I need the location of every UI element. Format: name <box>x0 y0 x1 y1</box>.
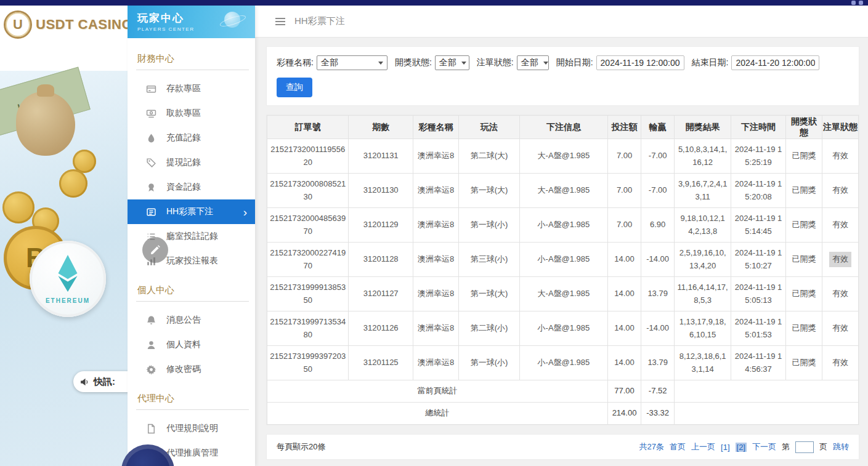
cell-win-loss: 6.90 <box>641 208 675 243</box>
sidebar-item-hh-lottery-bets[interactable]: HH彩票下注› <box>128 199 255 224</box>
cell-issue: 31201130 <box>349 174 413 208</box>
sidebar-item-withdraw-records[interactable]: 提現記錄 <box>128 150 255 175</box>
ethereum-label: ETHEREUM <box>46 297 90 304</box>
sidebar-item-withdraw[interactable]: 取款專區 <box>128 101 255 126</box>
cell-bet-amount: 7.00 <box>607 208 641 243</box>
deposit-card-icon <box>146 84 156 94</box>
cell-lottery-name: 澳洲幸运8 <box>413 277 458 311</box>
background-page: U USDT CASINO KB4627 B ETHEREUM 快訊: <box>0 6 128 466</box>
grand-summary-empty <box>675 403 859 425</box>
sidebar-item-agent-rules[interactable]: 代理規則說明 <box>128 416 255 441</box>
menu-toggle-icon[interactable] <box>275 17 286 26</box>
jump-page-input[interactable] <box>795 441 814 453</box>
sidebar-item-funds-records[interactable]: 資金記錄 <box>128 175 255 199</box>
sidebar-item-label: 充值記錄 <box>166 132 201 143</box>
cell-draw-result: 3,9,16,7,2,4,13,11 <box>675 174 731 208</box>
start-date-input[interactable] <box>596 55 684 70</box>
cell-order-no: 2152173199971353480 <box>267 311 349 346</box>
first-page-link[interactable]: 首页 <box>670 441 686 452</box>
logo-emblem-icon: U <box>4 10 32 39</box>
cell-bet-amount: 7.00 <box>607 139 641 174</box>
cell-order-status: 有效 <box>822 139 858 174</box>
news-ticker: 快訊: <box>73 371 128 392</box>
cell-issue: 31201128 <box>349 243 413 277</box>
search-button[interactable]: 查詢 <box>277 78 312 97</box>
cell-play: 第一球(小) <box>459 208 520 243</box>
col-header-bet-info: 下注信息 <box>519 116 607 139</box>
cell-order-no: 2152173200080852130 <box>267 174 349 208</box>
table-row: 215217320008085213031201130澳洲幸运8第一球(大)大-… <box>267 174 859 208</box>
table-summary: 當前頁統計 77.00 -7.52 總統計 214.00 -33.32 <box>267 380 859 425</box>
sidebar-item-profile[interactable]: 個人資料 <box>128 332 255 357</box>
cell-lottery-name: 澳洲幸运8 <box>413 174 458 208</box>
grand-summary-label: 總統計 <box>267 403 608 425</box>
cell-play: 第一球(大) <box>459 174 520 208</box>
cell-bet-amount: 14.00 <box>607 277 641 311</box>
next-page-link[interactable]: 下一页 <box>752 441 776 452</box>
order-status-select[interactable]: 全部 <box>517 55 549 70</box>
cell-bet-info: 大-A盤@1.985 <box>519 139 607 174</box>
cell-play: 第三球(小) <box>459 243 520 277</box>
sidebar-header: 玩家中心 PLAYERS CENTER <box>128 6 255 38</box>
bet-table-card: 訂單號期數彩種名稱玩法下注信息投注額輸贏開獎結果下注時間開獎狀態注單狀態 215… <box>266 114 859 425</box>
sidebar-item-recharge-records[interactable]: 充值記錄 <box>128 126 255 150</box>
cell-draw-status: 已開獎 <box>785 208 822 243</box>
cell-order-no: 2152173199991385350 <box>267 277 349 311</box>
table-row: 215217320004856397031201129澳洲幸运8第一球(小)小-… <box>267 208 859 243</box>
lottery-name-select[interactable]: 全部 <box>317 55 387 70</box>
cell-order-status: 有效 <box>822 311 858 346</box>
main-header: HH彩票下注 <box>255 6 868 38</box>
floating-edit-button[interactable] <box>142 237 168 263</box>
section-title: 財務中心 <box>136 49 249 70</box>
cell-draw-result: 8,12,3,18,6,13,1,14 <box>675 346 731 380</box>
sidebar-item-announcements[interactable]: 消息公告 <box>128 308 255 332</box>
cell-bet-time: 2024-11-19 15:25:19 <box>731 139 786 174</box>
ticker-label: 快訊: <box>94 376 115 388</box>
cell-bet-time: 2024-11-19 15:01:53 <box>731 311 786 346</box>
sidebar-item-label: HH彩票下注 <box>166 206 213 217</box>
col-header-bet-time: 下注時間 <box>731 116 786 139</box>
col-header-bet-amount: 投注額 <box>607 116 641 139</box>
ethereum-diamond-icon <box>55 254 81 295</box>
withdraw-icon <box>146 108 156 119</box>
cell-win-loss: -7.00 <box>641 139 675 174</box>
cell-play: 第二球(大) <box>459 139 520 174</box>
jump-button[interactable]: 跳转 <box>833 441 849 452</box>
jump-suffix-label: 页 <box>819 441 827 452</box>
cell-order-no: 2152173199939720350 <box>267 346 349 380</box>
window-control-icons <box>851 1 863 5</box>
speaker-icon <box>79 377 90 387</box>
casino-hero-image: KB4627 B ETHEREUM <box>0 71 128 466</box>
gold-coin-graphic <box>59 169 87 198</box>
cell-lottery-name: 澳洲幸运8 <box>413 346 458 380</box>
table-header-row: 訂單號期數彩種名稱玩法下注信息投注額輸贏開獎結果下注時間開獎狀態注單狀態 <box>267 116 859 139</box>
cell-draw-result: 9,18,10,12,14,2,13,8 <box>675 208 731 243</box>
bell-icon <box>146 315 156 326</box>
cell-bet-time: 2024-11-19 15:14:45 <box>731 208 786 243</box>
cell-order-no: 2152173200111955620 <box>267 139 349 174</box>
cell-win-loss: -14.00 <box>641 243 675 277</box>
end-date-input[interactable] <box>731 55 819 70</box>
col-header-play: 玩法 <box>459 116 520 139</box>
page-link-2[interactable]: [2] <box>736 443 747 452</box>
draw-status-select[interactable]: 全部 <box>435 55 469 70</box>
chevron-right-icon: › <box>243 206 247 218</box>
prev-page-link[interactable]: 上一页 <box>691 441 715 452</box>
page-link-1[interactable]: [1] <box>721 443 729 452</box>
grand-summary-row: 總統計 214.00 -33.32 <box>267 403 859 425</box>
cell-order-no: 2152173200048563970 <box>267 208 349 243</box>
sidebar-item-deposit[interactable]: 存款專區 <box>128 76 255 101</box>
chevron-down-icon <box>543 62 548 65</box>
site-logo[interactable]: U USDT CASINO <box>0 6 128 71</box>
ethereum-coin-graphic: ETHEREUM <box>30 241 106 317</box>
sidebar-item-label: 廳室投註記錄 <box>166 231 218 242</box>
cell-draw-status: 已開獎 <box>785 139 822 174</box>
col-header-draw-result: 開獎結果 <box>675 116 731 139</box>
sidebar-item-change-password[interactable]: 修改密碼 <box>128 357 255 382</box>
table-row: 215217319993972035031201125澳洲幸运8第一球(小)小-… <box>267 346 859 380</box>
cashout-record-icon <box>146 158 156 168</box>
cell-play: 第一球(大) <box>459 277 520 311</box>
cell-draw-status: 已開獎 <box>785 174 822 208</box>
table-row: 215217320002274197031201128澳洲幸运8第三球(小)小-… <box>267 243 859 277</box>
section-title: 代理中心 <box>136 389 249 410</box>
